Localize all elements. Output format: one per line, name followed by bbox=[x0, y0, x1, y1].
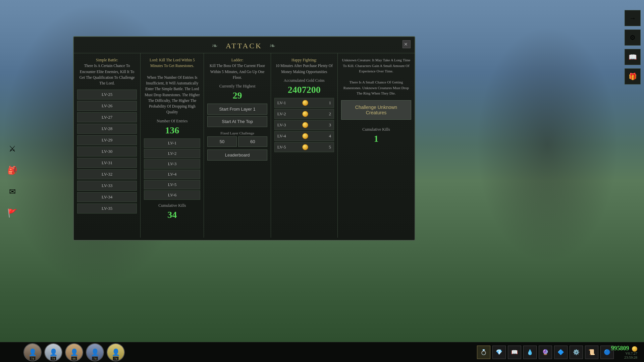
modal-title: ATTACK bbox=[226, 42, 262, 50]
lv-entry[interactable]: LV-1 bbox=[144, 138, 200, 148]
level-item[interactable]: LV-30 bbox=[77, 146, 137, 157]
gold-amount-1: 1 bbox=[324, 100, 331, 106]
game-time: 23:59:28 bbox=[624, 355, 637, 359]
gold-amount-2: 2 bbox=[324, 111, 331, 117]
level-item[interactable]: LV-35 bbox=[77, 203, 137, 214]
bottom-inventory-icons: 💍 💎 📖 💧 🔮 🔷 ⚙️ 📜 🔵 bbox=[477, 346, 614, 359]
gold-lv-5: LV-5 bbox=[277, 144, 286, 150]
character-avatar-4[interactable]: 👤 74 bbox=[86, 343, 104, 361]
gold-lv-4: LV-4 bbox=[277, 133, 286, 139]
gold-counter: 995809 bbox=[611, 345, 638, 352]
level-item[interactable]: LV-26 bbox=[77, 101, 137, 111]
gear-slot[interactable]: ⚙️ bbox=[570, 346, 583, 359]
gold-coins-value: 2407200 bbox=[274, 84, 334, 95]
level-badge-4: 74 bbox=[92, 357, 98, 361]
gold-row-1[interactable]: LV-1 1 bbox=[274, 98, 334, 108]
level-item[interactable]: LV-33 bbox=[77, 181, 137, 191]
bag-icon[interactable]: 🎒 bbox=[3, 161, 21, 179]
character-avatar-2[interactable]: 👤 74 bbox=[44, 343, 62, 361]
orb-slot[interactable]: 🔮 bbox=[539, 346, 552, 359]
gold-row-3[interactable]: LV-3 3 bbox=[274, 120, 334, 130]
gem-slot[interactable]: 💎 bbox=[492, 346, 506, 359]
level-badge-1: 74 bbox=[30, 357, 36, 361]
flag-icon[interactable]: 🚩 bbox=[3, 204, 21, 222]
happy-fighting-column: Happy Fighting: 10 Minutes After Purchas… bbox=[271, 53, 338, 238]
version-number: V0.7.27 bbox=[624, 351, 637, 355]
highest-label: Currently The Highest bbox=[207, 84, 267, 89]
simple-battle-column: Simple Battle: There Is A Certain Chance… bbox=[74, 53, 141, 238]
lv-entry[interactable]: LV-5 bbox=[144, 180, 200, 189]
gear-icon[interactable]: ⚙ bbox=[625, 29, 641, 46]
gold-coin-icon-5 bbox=[302, 144, 308, 150]
level-item[interactable]: LV-25 bbox=[77, 89, 137, 100]
lord-desc: Lord: Kill The Lord Within 5 Minutes To … bbox=[144, 57, 200, 115]
fixed-challenge-row: 50 60 bbox=[207, 136, 267, 147]
level-item[interactable]: LV-29 bbox=[77, 135, 137, 145]
gift-icon[interactable]: 🎁 bbox=[625, 68, 641, 84]
side-icons-right: → ⚙ 📖 🎁 bbox=[621, 7, 644, 88]
fixed-challenge-60[interactable]: 60 bbox=[238, 136, 267, 147]
ring-slot[interactable]: 💍 bbox=[477, 346, 490, 359]
ladder-column: Ladder: Kill The Boss Of The Current Flo… bbox=[204, 53, 271, 238]
gold-amount: 995809 bbox=[611, 345, 629, 352]
modal-header: ATTACK ✕ bbox=[74, 37, 415, 53]
character-avatar-1[interactable]: 👤 74 bbox=[23, 343, 42, 361]
character-avatar-3[interactable]: 👤 66 bbox=[65, 343, 83, 361]
level-list: LV-25 LV-26 LV-27 LV-28 LV-29 LV-30 LV-3… bbox=[77, 89, 137, 214]
gold-coin-icon-1 bbox=[302, 100, 308, 106]
gold-coin-icon-2 bbox=[302, 111, 308, 117]
fixed-layer-label: Fixed Layer Challenge bbox=[207, 131, 267, 135]
close-button[interactable]: ✕ bbox=[402, 40, 411, 48]
highest-value: 29 bbox=[207, 90, 267, 101]
crystal-slot[interactable]: 🔷 bbox=[554, 346, 568, 359]
level-item[interactable]: LV-32 bbox=[77, 169, 137, 179]
book-slot[interactable]: 📖 bbox=[508, 346, 521, 359]
lv-entry[interactable]: LV-3 bbox=[144, 159, 200, 169]
lv-entry[interactable]: LV-4 bbox=[144, 170, 200, 179]
level-item[interactable]: LV-34 bbox=[77, 192, 137, 202]
gold-coin-icon-4 bbox=[302, 133, 308, 139]
unknown-creature-desc: Unknown Creature: It May Take A Long Tim… bbox=[341, 57, 411, 96]
attack-modal: ATTACK ✕ Simple Battle: There Is A Certa… bbox=[73, 36, 415, 241]
gold-amount-5: 5 bbox=[324, 144, 331, 150]
sword-icon[interactable]: ⚔ bbox=[3, 140, 21, 158]
gold-amount-3: 3 bbox=[324, 122, 331, 128]
bottom-bar: 👤 74 👤 74 👤 66 👤 74 👤 74 💍 💎 📖 💧 🔮 🔷 ⚙️ … bbox=[0, 342, 644, 362]
book-icon[interactable]: 📖 bbox=[625, 49, 641, 65]
gold-coin-icon bbox=[632, 346, 637, 352]
cumulative-kills-label-col5: Cumulative Kills bbox=[341, 127, 411, 132]
fixed-challenge-50[interactable]: 50 bbox=[207, 136, 236, 147]
gold-row-5[interactable]: LV-5 5 bbox=[274, 142, 334, 152]
gold-row-4[interactable]: LV-4 4 bbox=[274, 131, 334, 141]
gold-coin-icon-3 bbox=[302, 122, 308, 128]
start-at-top-button[interactable]: Start At The Top bbox=[207, 116, 267, 127]
level-badge-3: 66 bbox=[71, 357, 77, 361]
challenge-unknown-button[interactable]: Challenge UnknownCreatures bbox=[341, 100, 411, 120]
gold-lv-2: LV-2 bbox=[277, 111, 286, 117]
character-avatars: 👤 74 👤 74 👤 66 👤 74 👤 74 bbox=[23, 343, 125, 361]
lv-entry[interactable]: LV-6 bbox=[144, 190, 200, 200]
gold-row-2[interactable]: LV-2 2 bbox=[274, 109, 334, 119]
mail-icon[interactable]: ✉ bbox=[3, 183, 21, 201]
lv-entry[interactable]: LV-2 bbox=[144, 149, 200, 158]
level-item[interactable]: LV-31 bbox=[77, 158, 137, 168]
gold-lv-1: LV-1 bbox=[277, 100, 286, 106]
happy-fighting-desc: Happy Fighting: 10 Minutes After Purchas… bbox=[274, 57, 334, 75]
ladder-desc: Ladder: Kill The Boss Of The Current Flo… bbox=[207, 57, 267, 80]
version-info: V0.7.27 23:59:28 bbox=[624, 351, 637, 359]
unknown-creature-column: Unknown Creature: It May Take A Long Tim… bbox=[338, 53, 415, 238]
level-item[interactable]: LV-28 bbox=[77, 124, 137, 134]
character-avatar-5[interactable]: 👤 74 bbox=[107, 343, 125, 361]
scroll-slot[interactable]: 📜 bbox=[585, 346, 598, 359]
start-from-layer-button[interactable]: Start From Layer 1 bbox=[207, 104, 267, 115]
cumulative-kills-value-col5: 1 bbox=[341, 133, 411, 144]
water-slot[interactable]: 💧 bbox=[523, 346, 537, 359]
kills-value-col2: 34 bbox=[144, 209, 200, 220]
leaderboard-button[interactable]: Leaderboard bbox=[207, 149, 267, 161]
entries-value: 136 bbox=[144, 125, 200, 136]
level-item[interactable]: LV-27 bbox=[77, 112, 137, 122]
gold-lv-3: LV-3 bbox=[277, 122, 286, 128]
arrow-right-icon[interactable]: → bbox=[625, 10, 641, 26]
side-icons-left: ⚔ 🎒 ✉ 🚩 bbox=[0, 136, 25, 226]
kills-label-col2: Cumulative Kills bbox=[144, 203, 200, 208]
